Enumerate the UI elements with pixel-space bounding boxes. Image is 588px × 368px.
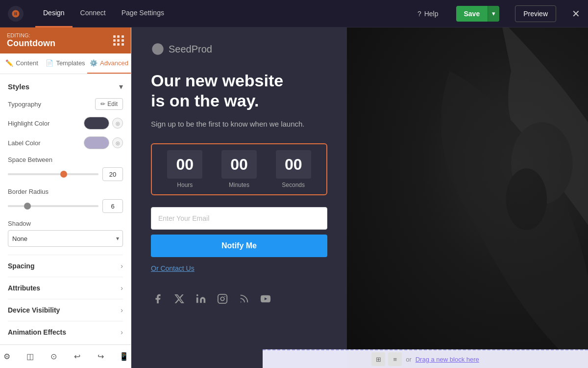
photo-area <box>347 27 588 368</box>
undo-tool[interactable]: ↩ <box>71 349 84 364</box>
border-radius-label: Border Radius <box>8 188 123 195</box>
border-radius-row: Border Radius 6 <box>8 188 123 213</box>
label-color-row: Label Color ◎ <box>8 136 123 149</box>
svg-point-3 <box>224 296 225 297</box>
styles-section-header: Styles ▾ <box>8 82 123 91</box>
page-logo: SeedProd <box>151 42 327 56</box>
redo-tool[interactable]: ↪ <box>94 349 107 364</box>
drag-bar-text-icon[interactable]: ≡ <box>388 352 402 366</box>
sidebar-block-info: EDITING: Countdown <box>7 32 55 49</box>
drag-bar-link[interactable]: Drag a new block here <box>416 356 479 363</box>
device-visibility-label: Device Visibility <box>8 306 60 314</box>
rss-icon[interactable] <box>237 292 251 306</box>
editing-label: EDITING: <box>7 32 55 38</box>
nav-connect[interactable]: Connect <box>73 0 114 27</box>
styles-collapse-button[interactable]: ▾ <box>119 82 123 91</box>
youtube-icon[interactable] <box>259 292 272 306</box>
svg-point-2 <box>220 297 224 300</box>
space-between-row: Space Between 20 <box>8 156 123 181</box>
main-layout: EDITING: Countdown ✏️ Content 📄 Template… <box>0 27 588 368</box>
photo-placeholder <box>347 27 588 368</box>
seconds-value: 00 <box>276 150 311 179</box>
drag-bar: ⊞ ≡ or Drag a new block here <box>263 349 588 368</box>
countdown-hours: 00 Hours <box>158 150 212 188</box>
animation-effects-section[interactable]: Animation Effects › <box>8 321 123 343</box>
nav-page-settings[interactable]: Page Settings <box>114 0 172 27</box>
page-content: SeedProd Our new websiteis on the way. S… <box>131 27 347 368</box>
highlight-color-swatch[interactable] <box>84 117 109 130</box>
label-color-picker[interactable]: ◎ <box>112 137 123 148</box>
facebook-icon[interactable] <box>151 292 165 306</box>
email-input[interactable]: Enter Your Email <box>151 207 327 230</box>
canvas-inner: SeedProd Our new websiteis on the way. S… <box>131 27 588 368</box>
layers-tool[interactable]: ◫ <box>24 349 37 364</box>
contact-link[interactable]: Or Contact Us <box>151 264 327 284</box>
minutes-label: Minutes <box>229 182 249 188</box>
svg-point-0 <box>196 294 198 296</box>
styles-title: Styles <box>8 82 29 91</box>
history-tool[interactable]: ⊙ <box>47 349 61 364</box>
highlight-color-row: Highlight Color ◎ <box>8 117 123 130</box>
spacing-section[interactable]: Spacing › <box>8 255 123 277</box>
hours-value: 00 <box>167 150 202 179</box>
svg-point-7 <box>506 168 547 230</box>
page-subtext: Sign up to be the first to know when we … <box>151 119 327 130</box>
help-icon: ? <box>417 10 421 18</box>
highlight-color-label: Highlight Color <box>8 120 84 127</box>
space-between-label: Space Between <box>8 156 123 163</box>
svg-point-4 <box>241 302 242 303</box>
save-dropdown-button[interactable]: ▾ <box>488 6 499 22</box>
space-between-slider[interactable] <box>8 173 98 175</box>
email-placeholder: Enter Your Email <box>158 214 209 222</box>
animation-effects-chevron: › <box>121 328 123 336</box>
sidebar: EDITING: Countdown ✏️ Content 📄 Template… <box>0 27 131 368</box>
countdown-seconds: 00 Seconds <box>266 150 320 188</box>
highlight-color-picker[interactable]: ◎ <box>112 118 123 129</box>
nav-design[interactable]: Design <box>35 0 73 27</box>
seconds-label: Seconds <box>282 182 305 188</box>
notify-button[interactable]: Notify Me <box>151 235 327 257</box>
drag-bar-or: or <box>406 356 412 363</box>
drag-bar-icons: ⊞ ≡ <box>371 352 402 366</box>
sidebar-content: Styles ▾ Typography ✏ Edit Highlight Col… <box>0 74 131 344</box>
preview-button[interactable]: Preview <box>515 5 556 22</box>
topbar: Design Connect Page Settings ? Help Save… <box>0 0 588 27</box>
border-radius-slider[interactable] <box>8 205 98 207</box>
device-visibility-section[interactable]: Device Visibility › <box>8 299 123 321</box>
bottom-toolbar: ⚙ ◫ ⊙ ↩ ↪ 📱 <box>0 344 131 368</box>
tab-templates[interactable]: 📄 Templates <box>44 53 87 74</box>
countdown-minutes: 00 Minutes <box>212 150 267 188</box>
edit-icon: ✏ <box>100 101 105 107</box>
drag-bar-grid-icon[interactable]: ⊞ <box>371 352 385 366</box>
instagram-icon[interactable] <box>216 292 229 306</box>
mobile-tool[interactable]: 📱 <box>117 349 131 364</box>
shadow-select[interactable]: None <box>8 230 123 247</box>
typography-edit-button[interactable]: ✏ Edit <box>95 98 123 110</box>
sidebar-header: EDITING: Countdown <box>0 27 131 53</box>
tab-advanced[interactable]: ⚙️ Advanced <box>87 53 131 74</box>
attributes-section[interactable]: Attributes › <box>8 277 123 299</box>
grid-menu-icon[interactable] <box>113 35 124 46</box>
spacing-chevron: › <box>121 262 123 270</box>
label-color-label: Label Color <box>8 139 84 147</box>
countdown-block[interactable]: 00 Hours 00 Minutes 00 Seconds <box>151 143 327 195</box>
hours-label: Hours <box>177 182 193 188</box>
logo-text: SeedProd <box>169 44 212 55</box>
spacing-label: Spacing <box>8 262 34 270</box>
attributes-chevron: › <box>121 284 123 292</box>
tab-content[interactable]: ✏️ Content <box>0 53 44 74</box>
animation-effects-label: Animation Effects <box>8 328 66 336</box>
linkedin-icon[interactable] <box>194 292 208 306</box>
twitter-x-icon[interactable] <box>172 292 186 306</box>
app-logo <box>8 6 24 22</box>
canvas: SeedProd Our new websiteis on the way. S… <box>131 27 588 368</box>
label-color-swatch[interactable] <box>84 136 109 149</box>
save-button[interactable]: Save <box>456 6 488 22</box>
settings-tool[interactable]: ⚙ <box>0 349 14 364</box>
svg-rect-1 <box>218 294 227 303</box>
minutes-value: 00 <box>221 150 257 179</box>
typography-row: Typography ✏ Edit <box>8 98 123 110</box>
close-button[interactable]: ✕ <box>572 8 580 20</box>
content-tab-icon: ✏️ <box>5 59 13 67</box>
help-button[interactable]: ? Help <box>417 10 439 18</box>
